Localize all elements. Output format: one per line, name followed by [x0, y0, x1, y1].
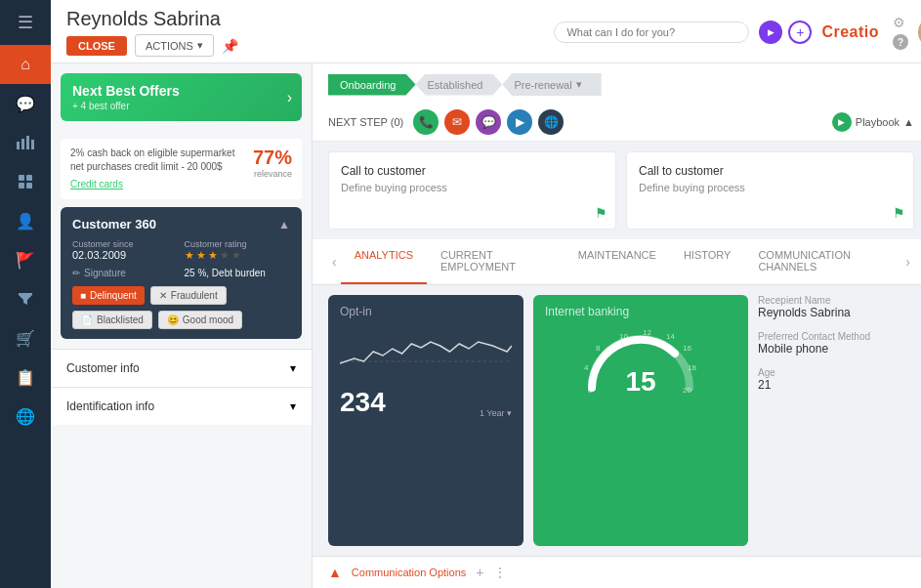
hamburger-button[interactable]: ☰ — [0, 0, 51, 45]
header-right: ▶ + Creatio ⚙ ? — [554, 15, 921, 50]
actions-button[interactable]: ACTIONS ▾ — [135, 34, 214, 57]
playbook-collapse-icon: ▲ — [903, 116, 914, 128]
c360-row2: ✏ Signature 25 %, Debt burden — [72, 268, 290, 278]
star-5: ★ — [231, 249, 241, 262]
play-button[interactable]: ▶ — [759, 21, 782, 44]
recipient-label: Recepient Name — [758, 295, 914, 306]
accordion-identification-info[interactable]: Identification info ▾ — [51, 387, 312, 425]
c360-since-value: 02.03.2009 — [72, 249, 179, 261]
tab-history[interactable]: HISTORY — [670, 239, 745, 284]
nbo-link[interactable]: Credit cards — [70, 178, 245, 191]
settings-icon[interactable]: ⚙ — [893, 15, 908, 30]
call-card-1-title: Call to customer — [341, 164, 604, 178]
more-options-icon[interactable]: ⋮ — [493, 565, 507, 580]
nav-profile[interactable]: 👤 — [0, 201, 51, 240]
ns-phone-icon[interactable]: 📞 — [413, 109, 439, 135]
help-icon[interactable]: ? — [893, 34, 908, 50]
tab-maintenance[interactable]: MAINTENANCE — [565, 239, 670, 284]
step-onboarding[interactable]: Onboarding — [328, 74, 416, 96]
nav-analytics[interactable] — [0, 123, 51, 162]
header-left: Reynolds Sabrina CLOSE ACTIONS ▾ 📌 — [66, 8, 238, 57]
nav-home[interactable]: ⌂ — [0, 45, 51, 84]
communication-options-link[interactable]: Communication Options — [352, 567, 466, 578]
svg-text:4: 4 — [584, 363, 589, 372]
process-bar: Onboarding Established Pre-renewal ▾ NEX… — [313, 63, 921, 142]
c360-header: Customer 360 ▲ — [72, 217, 290, 231]
star-3: ★ — [208, 249, 218, 262]
playbook-button[interactable]: ▶ Playbook ▲ — [832, 112, 914, 132]
tab-next-arrow[interactable]: › — [901, 254, 914, 270]
call-card-2-title: Call to customer — [639, 164, 901, 178]
svg-text:0: 0 — [588, 386, 593, 395]
gauge-container: 0 4 8 10 12 14 16 18 20 15 — [545, 324, 736, 402]
main-area: Reynolds Sabrina CLOSE ACTIONS ▾ 📌 ▶ + — [51, 0, 921, 588]
search-input[interactable] — [566, 26, 703, 38]
nav-flag[interactable]: 🚩 — [0, 240, 51, 279]
nav-list[interactable]: 📋 — [0, 357, 51, 397]
call-card-1[interactable]: Call to customer Define buying process ⚑ — [328, 151, 616, 230]
nbo-arrow-icon: › — [287, 89, 292, 106]
accordion-customer-info-label: Customer info — [66, 361, 140, 375]
page-title: Reynolds Sabrina — [66, 8, 238, 30]
accordion-customer-info[interactable]: Customer info ▾ — [51, 349, 312, 387]
c360-collapse-icon[interactable]: ▲ — [278, 218, 290, 231]
add-comm-icon[interactable]: + — [476, 565, 483, 580]
nav-grid[interactable] — [0, 162, 51, 201]
ns-web-icon[interactable]: 🌐 — [538, 109, 564, 135]
call-card-1-subtitle: Define buying process — [341, 182, 604, 193]
nbo-percent: 77% — [253, 147, 292, 169]
c360-signature: ✏ Signature — [72, 268, 179, 278]
svg-rect-7 — [26, 183, 32, 189]
delinquent-icon: ■ — [80, 290, 86, 301]
left-panel: Next Best Offers + 4 best offer › 2% cas… — [51, 63, 313, 588]
c360-body: Customer since 02.03.2009 Customer ratin… — [72, 239, 290, 262]
call-card-2[interactable]: Call to customer Define buying process ⚑ — [626, 151, 914, 230]
left-navigation: ☰ ⌂ 💬 👤 🚩 🛒 📋 🌐 — [0, 0, 51, 588]
nav-globe[interactable]: 🌐 — [0, 397, 51, 436]
tabs-list: ANALYTICS CURRENT EMPLOYMENT MAINTENANCE… — [341, 239, 902, 284]
c360-title: Customer 360 — [72, 217, 156, 231]
svg-rect-2 — [26, 136, 29, 149]
pin-icon[interactable]: 📌 — [222, 38, 238, 54]
ns-email-icon[interactable]: ✉ — [444, 109, 470, 135]
svg-rect-6 — [19, 183, 24, 189]
nav-chat[interactable]: 💬 — [0, 84, 51, 123]
tag-fraudulent[interactable]: ✕ Fraudulent — [150, 286, 227, 305]
tag-blacklisted[interactable]: 📄 Blacklisted — [72, 311, 152, 329]
optin-title: Opt-in — [340, 305, 512, 318]
ns-chat-icon[interactable]: 💬 — [476, 109, 501, 135]
optin-chart — [340, 324, 512, 383]
nbo-relevance-label: relevance — [253, 169, 292, 179]
optin-period[interactable]: 1 Year ▾ — [480, 408, 512, 418]
step-established[interactable]: Established — [416, 74, 503, 96]
contact-method-field: Preferred Contact Method Mobile phone — [758, 331, 914, 356]
content-row: Next Best Offers + 4 best offer › 2% cas… — [51, 63, 921, 588]
svg-rect-3 — [31, 140, 34, 149]
analytics-content: Opt-in 234 1 Year ▾ — [313, 285, 921, 556]
nav-cart[interactable]: 🛒 — [0, 318, 51, 357]
chevron-down-icon: ▾ — [197, 39, 203, 52]
svg-rect-5 — [26, 175, 32, 181]
svg-rect-0 — [17, 142, 20, 149]
tab-employment[interactable]: CURRENT EMPLOYMENT — [427, 239, 565, 284]
c360-since-field: Customer since 02.03.2009 — [72, 239, 179, 262]
add-button[interactable]: + — [788, 21, 812, 44]
nbo-card[interactable]: Next Best Offers + 4 best offer › — [61, 73, 302, 121]
step-pre-renewal[interactable]: Pre-renewal ▾ — [502, 73, 601, 96]
next-step-left: NEXT STEP (0) 📞 ✉ 💬 ▶ 🌐 — [328, 109, 564, 135]
star-4: ★ — [220, 249, 230, 262]
tab-communication[interactable]: COMMUNICATION CHANNELS — [744, 239, 901, 284]
star-2: ★ — [196, 249, 206, 262]
svg-text:18: 18 — [688, 363, 696, 372]
tab-prev-arrow[interactable]: ‹ — [328, 254, 341, 270]
search-box[interactable] — [554, 21, 749, 43]
tag-good-mood[interactable]: 😊 Good mood — [158, 311, 242, 329]
tab-analytics[interactable]: ANALYTICS — [341, 239, 427, 284]
c360-stars: ★ ★ ★ ★ ★ — [185, 249, 291, 262]
nav-filter[interactable] — [0, 279, 51, 318]
tag-delinquent[interactable]: ■ Delinquent — [72, 286, 145, 305]
close-button[interactable]: CLOSE — [66, 36, 127, 56]
ibanking-value: 15 — [625, 366, 655, 398]
recipient-field: Recepient Name Reynolds Sabrina — [758, 295, 914, 319]
ns-video-icon[interactable]: ▶ — [507, 109, 532, 135]
